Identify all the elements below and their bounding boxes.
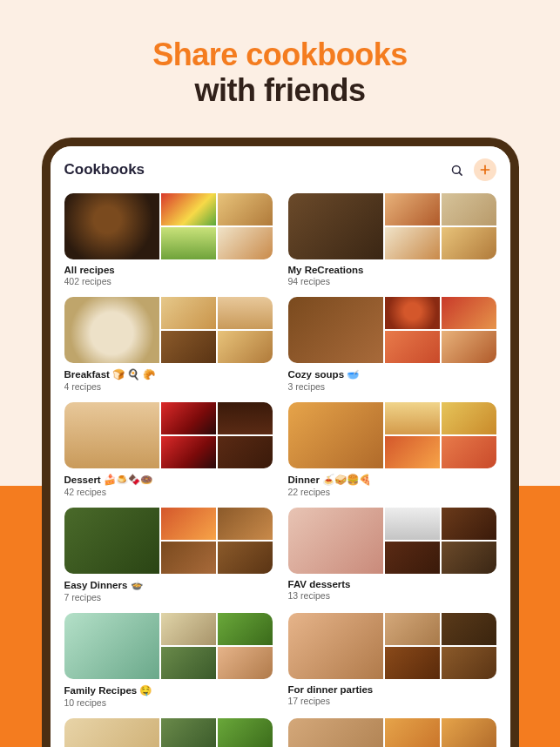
search-button[interactable] (446, 158, 469, 181)
collage-thumb (385, 193, 440, 225)
collage-thumb (442, 718, 496, 747)
cookbook-title: Family Recipes 🤤 (64, 684, 273, 697)
collage-main-image (288, 297, 384, 363)
cookbook-count: 4 recipes (64, 381, 273, 392)
cookbook-card[interactable]: Dessert 🍰🍮🍫🍩42 recipes (64, 402, 273, 497)
cookbook-collage (288, 297, 496, 363)
collage-thumb (218, 647, 273, 679)
collage-thumb (218, 193, 273, 225)
collage-thumb (385, 508, 440, 540)
app-screen: Cookbooks All recipes402 recipesMy ReCre… (51, 146, 510, 747)
add-button[interactable] (474, 158, 496, 181)
collage-thumb (218, 613, 273, 645)
collage-thumb (442, 647, 496, 679)
collage-thumb (442, 193, 496, 225)
cookbook-title: Dinner 🍝🥪🍔🍕 (288, 474, 496, 486)
cookbook-card[interactable]: FAV desserts13 recipes (288, 508, 496, 602)
cookbook-collage (64, 718, 273, 747)
cookbook-collage (288, 613, 496, 679)
collage-thumbs (161, 508, 272, 574)
cookbook-card[interactable]: Family Recipes 🤤10 recipes (64, 613, 273, 708)
collage-thumb (161, 402, 216, 434)
cookbook-collage (288, 402, 496, 468)
collage-thumb (161, 193, 216, 225)
cookbook-title: Cozy soups 🥣 (288, 368, 496, 380)
collage-thumb (218, 297, 273, 329)
cookbook-collage (288, 193, 496, 259)
collage-thumbs (161, 193, 272, 259)
collage-thumb (442, 508, 496, 540)
cookbook-collage (64, 193, 273, 259)
collage-thumb (385, 331, 440, 363)
collage-thumb (218, 718, 273, 747)
collage-thumb (442, 227, 496, 259)
promo-stage: { "hero": { "line1": "Share cookbooks", … (0, 0, 560, 747)
cookbook-count: 42 recipes (64, 487, 273, 497)
collage-thumb (442, 542, 496, 574)
cookbook-collage (64, 402, 273, 468)
collage-thumb (161, 718, 216, 747)
collage-thumbs (161, 297, 272, 363)
collage-thumb (161, 297, 216, 329)
collage-thumb (385, 227, 440, 259)
collage-thumb (218, 436, 273, 468)
cookbook-count: 17 recipes (288, 696, 496, 706)
cookbook-title: All recipes (64, 265, 273, 275)
collage-thumb (385, 436, 440, 468)
cookbook-count: 7 recipes (64, 592, 273, 602)
cookbook-count: 3 recipes (288, 381, 496, 392)
plus-icon (479, 164, 491, 176)
cookbook-card[interactable]: My ReCreations94 recipes (288, 193, 496, 286)
collage-thumbs (161, 718, 272, 747)
cookbook-title: Dessert 🍰🍮🍫🍩 (64, 474, 273, 486)
cookbook-collage (64, 508, 273, 574)
cookbook-collage (64, 613, 273, 679)
search-icon (450, 164, 463, 177)
hero-line-1: Share cookbooks (152, 37, 408, 72)
cookbook-card[interactable]: Breakfast 🍞 🍳 🥐4 recipes (64, 297, 273, 392)
cookbook-card[interactable]: Easy Dinners 🍲7 recipes (64, 508, 273, 602)
collage-thumb (442, 436, 496, 468)
collage-main-image (64, 613, 160, 679)
cookbook-collage (288, 508, 496, 574)
collage-thumb (385, 297, 440, 329)
collage-main-image (64, 297, 160, 363)
collage-main-image (64, 193, 160, 259)
svg-line-1 (459, 172, 462, 175)
collage-thumbs (385, 508, 496, 574)
collage-main-image (288, 508, 384, 574)
cookbook-card[interactable]: Dinner 🍝🥪🍔🍕22 recipes (288, 402, 496, 497)
collage-thumb (385, 718, 440, 747)
collage-thumb (442, 331, 496, 363)
collage-thumb (161, 331, 216, 363)
collage-thumb (161, 647, 216, 679)
collage-thumbs (385, 718, 496, 747)
cookbook-card[interactable] (288, 718, 496, 747)
collage-main-image (288, 613, 384, 679)
collage-thumbs (385, 402, 496, 468)
cookbook-title: My ReCreations (288, 265, 496, 275)
collage-thumb (161, 508, 216, 540)
collage-main-image (288, 718, 384, 747)
collage-thumb (218, 542, 273, 574)
collage-main-image (64, 402, 160, 468)
cookbook-card[interactable]: Cozy soups 🥣3 recipes (288, 297, 496, 392)
cookbook-card[interactable]: For dinner parties17 recipes (288, 613, 496, 708)
collage-thumbs (161, 402, 272, 468)
cookbook-count: 402 recipes (64, 276, 273, 286)
device-frame: Cookbooks All recipes402 recipesMy ReCre… (42, 138, 519, 747)
hero-line-2: with friends (194, 72, 365, 108)
collage-thumbs (385, 613, 496, 679)
cookbook-count: 10 recipes (64, 697, 273, 708)
cookbook-card[interactable] (64, 718, 273, 747)
cookbook-card[interactable]: All recipes402 recipes (64, 193, 273, 286)
cookbook-count: 22 recipes (288, 487, 496, 497)
cookbook-collage (64, 297, 273, 363)
collage-main-image (288, 402, 384, 468)
cookbook-collage (288, 718, 496, 747)
collage-thumb (218, 508, 273, 540)
cookbook-count: 13 recipes (288, 590, 496, 601)
collage-thumb (161, 227, 216, 259)
collage-thumb (385, 402, 440, 434)
collage-thumb (442, 402, 496, 434)
